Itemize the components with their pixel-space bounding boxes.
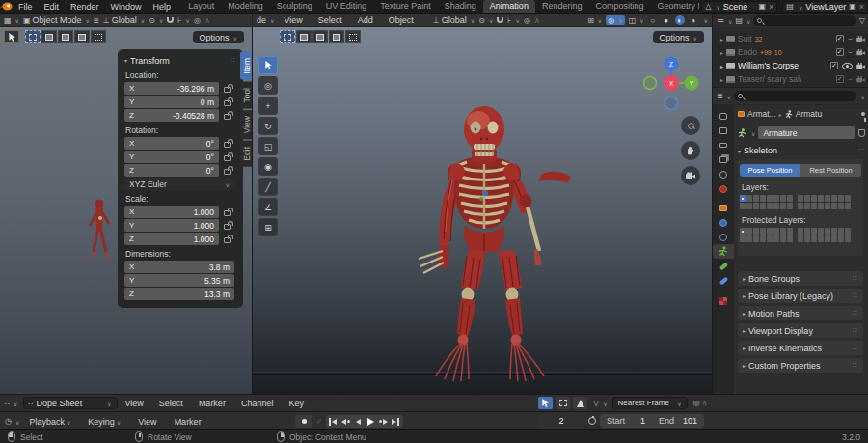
dope-sheet-mode-dropdown[interactable]: ∷ Dope Sheet (23, 397, 118, 409)
workspace-tab-texture-paint[interactable]: Texture Paint (373, 0, 438, 13)
panel-inverse-kinematics[interactable]: ▸Inverse Kinematics∷ (738, 341, 863, 355)
tab-output[interactable] (713, 138, 734, 152)
falloff-icon[interactable]: ∧ (702, 399, 708, 407)
left-3d-viewport[interactable]: Options ▾Transform ∷ Location: X-36.296 … (0, 27, 253, 394)
shading-solid-button[interactable]: ● (662, 15, 671, 25)
sidebar-tab-edit[interactable]: Edit (240, 141, 253, 167)
hidden-objects-button[interactable] (556, 397, 570, 409)
menu-help[interactable]: Help (148, 0, 177, 14)
outliner-search[interactable] (753, 15, 855, 26)
duplicate-icon[interactable]: ▣ (849, 2, 856, 11)
expand-arrow-icon[interactable]: ▸ (720, 63, 723, 69)
lock-icon[interactable] (224, 142, 231, 148)
xray-toggle[interactable]: ◫ (629, 15, 644, 25)
eye-closed-icon[interactable] (848, 36, 853, 42)
frame-end-field[interactable]: End101 (652, 414, 704, 428)
mode-dropdown-truncated[interactable]: de (257, 15, 274, 25)
gizmo-y-axis[interactable]: Y (690, 80, 694, 87)
main-3d-viewport[interactable]: Options ◎ + ↻ ◱ ◉ ╱ ∠ ⊞ Z Y X (253, 27, 712, 394)
proportional-editing-icon[interactable]: ◎ (194, 16, 201, 25)
select-extend-tool[interactable] (296, 30, 312, 43)
snap-magnet-icon[interactable] (167, 17, 174, 23)
viewlayer-name[interactable]: ViewLayer (805, 2, 846, 12)
menu-select[interactable]: Select (312, 14, 348, 27)
workspace-tab-sculpting[interactable]: Sculpting (270, 0, 319, 13)
gizmo-z-axis[interactable]: Z (669, 61, 674, 68)
falloff-icon[interactable]: ∧ (204, 16, 210, 25)
only-selected-button[interactable] (538, 397, 553, 409)
workspace-tab-compositing[interactable]: Compositing (588, 0, 650, 13)
active-tool-button[interactable] (4, 30, 19, 43)
editor-type-button[interactable]: ◷ (5, 417, 19, 427)
select-intersect-tool[interactable] (345, 30, 361, 43)
scale-x-field[interactable]: X1.000 (124, 206, 219, 218)
close-icon[interactable]: × (769, 2, 773, 12)
camera-icon[interactable] (856, 76, 866, 83)
search-input[interactable] (765, 16, 852, 25)
sidebar-tab-item[interactable]: Item (240, 52, 253, 80)
tab-texture[interactable] (713, 293, 734, 308)
tab-physics[interactable] (713, 230, 734, 244)
editor-type-button[interactable]: ≣ (717, 92, 731, 101)
overlays-dropdown[interactable]: ◎ (606, 15, 624, 25)
lock-icon[interactable] (224, 114, 231, 120)
menu-view[interactable]: View (278, 14, 308, 27)
sidebar-tab-view[interactable]: View (240, 110, 253, 139)
menu-object[interactable]: Object (383, 14, 420, 27)
scale-z-field[interactable]: Z1.000 (124, 233, 219, 245)
camera-icon[interactable] (856, 49, 866, 56)
workspace-tab-modeling[interactable]: Modeling (221, 0, 270, 13)
dimensions-x-field[interactable]: X3.8 m (124, 261, 234, 273)
play-button[interactable] (365, 415, 377, 428)
tab-bone[interactable] (713, 259, 734, 273)
panel-custom-properties[interactable]: ▸Custom Properties∷ (738, 358, 863, 373)
camera-icon[interactable] (856, 63, 866, 69)
show-gizmo-dropdown[interactable]: ⊞ (587, 15, 602, 25)
select-subtract-tool[interactable] (312, 30, 328, 43)
snap-magnet-icon[interactable] (497, 17, 503, 23)
editor-type-button[interactable]: ≔ (717, 16, 732, 26)
jump-to-end-button[interactable] (390, 415, 402, 428)
tab-world[interactable] (713, 181, 734, 196)
pivot-dropdown[interactable]: ⊙ (149, 15, 163, 25)
menu-key[interactable]: Key (281, 399, 312, 408)
tool-measure[interactable]: ∠ (258, 198, 278, 216)
eye-closed-icon[interactable] (848, 76, 853, 82)
panel-grip-icon[interactable]: ∷ (231, 56, 236, 65)
lock-icon[interactable] (224, 100, 231, 106)
tab-object-data-armature[interactable] (713, 244, 734, 259)
frame-start-field[interactable]: Start1 (600, 414, 652, 428)
workspace-tab-uv-editing[interactable]: UV Editing (319, 0, 374, 13)
menu-edit[interactable]: Edit (39, 0, 66, 14)
rest-position-button[interactable]: Rest Position (800, 164, 861, 177)
snap-target-dropdown[interactable]: ⊦ (507, 15, 520, 25)
scene-selector[interactable]: △ Scene ▣ × (701, 1, 777, 13)
search-input[interactable] (746, 92, 852, 100)
workspace-tab-rendering[interactable]: Rendering (535, 0, 589, 13)
select-subtract-tool[interactable] (58, 30, 73, 43)
workspace-tab-layout[interactable]: Layout (181, 0, 221, 13)
select-intersect-tool[interactable] (91, 30, 106, 43)
tool-3d-cursor[interactable]: ◎ (258, 76, 278, 95)
lock-icon[interactable] (224, 210, 231, 216)
eye-open-icon[interactable] (842, 63, 853, 69)
tab-constraints[interactable] (713, 215, 734, 230)
checkbox-icon[interactable] (830, 62, 838, 69)
duplicate-icon[interactable]: ▣ (759, 2, 767, 11)
editor-type-button[interactable]: ▦ (4, 15, 19, 25)
options-dropdown[interactable]: Options (653, 31, 704, 43)
scene-name[interactable]: Scene (723, 2, 756, 12)
next-keyframe-button[interactable] (377, 415, 390, 428)
pin-icon[interactable] (861, 112, 865, 116)
lock-icon[interactable] (224, 237, 231, 243)
pan-hand-button[interactable] (681, 141, 700, 160)
tool-rotate[interactable]: ↻ (258, 117, 278, 135)
filter-dropdown[interactable]: ▽ (593, 399, 608, 408)
pose-position-button[interactable]: Pose Position (740, 164, 800, 177)
menu-view[interactable]: View (118, 399, 151, 408)
camera-view-button[interactable] (681, 166, 700, 185)
camera-icon[interactable] (856, 36, 866, 42)
shading-rendered-button[interactable]: ◑ (689, 15, 698, 25)
lock-icon[interactable] (224, 155, 231, 161)
tool-move[interactable]: + (258, 97, 278, 115)
